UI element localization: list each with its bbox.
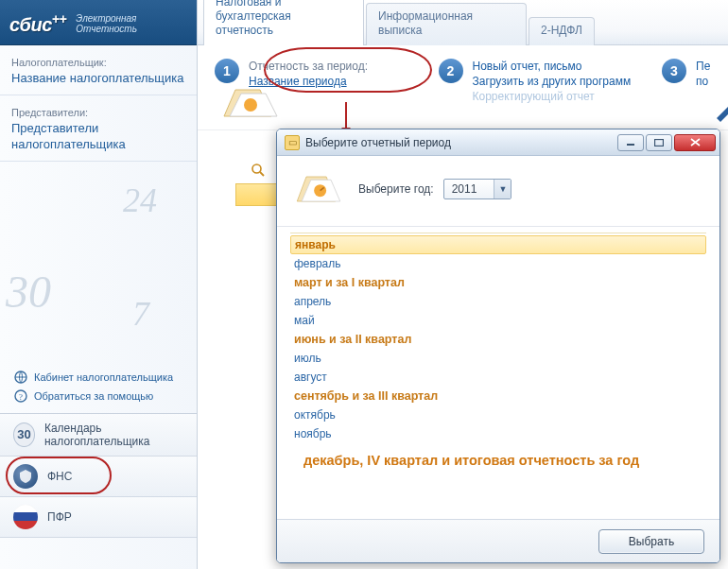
period-item[interactable]: ноябрь — [290, 424, 706, 443]
step-3: 3 Пе по — [662, 59, 719, 120]
tab-label-line1: Налоговая и бухгалтерская — [216, 0, 291, 23]
year-selector: Выберите год: 2011 ▼ — [358, 179, 511, 199]
brand-band: сбис++ Электронная Отчетность — [0, 0, 197, 45]
wizard-steps: 1 Отчетность за период: Название периода… — [198, 45, 728, 130]
step-1: 1 Отчетность за период: Название периода — [215, 59, 422, 120]
sidebar-footer-links: Кабинет налогоплательщика ? Обратиться з… — [0, 360, 197, 414]
step-3-line2[interactable]: по — [696, 75, 708, 88]
period-item[interactable]: февраль — [290, 254, 706, 273]
representatives-block: Представители: Представители налогоплате… — [0, 95, 197, 162]
tab-label: 2-НДФЛ — [541, 24, 582, 37]
period-item[interactable]: март и за I квартал — [290, 273, 706, 292]
taxpayer-name-link[interactable]: Название налогоплательщика — [11, 71, 185, 87]
sidebar-item-label: ФНС — [47, 470, 72, 483]
reps-name-link[interactable]: Представители налогоплательщика — [11, 121, 185, 153]
brand-subtitle: Электронная Отчетность — [76, 13, 137, 34]
sidebar-decoration: 24 30 7 — [0, 162, 197, 360]
tabs-bar: Налоговая и бухгалтерская отчетность Инф… — [198, 0, 728, 45]
modal-title: Выберите отчетный период — [305, 136, 612, 149]
reps-label: Представители: — [11, 107, 185, 118]
sidebar: сбис++ Электронная Отчетность Налогоплат… — [0, 0, 198, 569]
globe-icon — [13, 370, 28, 385]
modal-header: Выберите год: 2011 ▼ — [277, 156, 719, 227]
svg-rect-6 — [627, 144, 634, 146]
brand-logo: сбис++ — [9, 11, 66, 36]
maximize-button[interactable] — [646, 134, 672, 151]
step-2-text: Новый отчет, письмо Загрузить из других … — [473, 59, 632, 105]
period-item[interactable]: апрель — [290, 292, 706, 311]
tab-2ndfl[interactable]: 2-НДФЛ — [529, 17, 595, 45]
year-label: Выберите год: — [358, 182, 434, 196]
period-item[interactable]: июль — [290, 349, 706, 368]
brand-sub-1: Электронная — [76, 13, 136, 24]
sidebar-item-pfr[interactable]: ПФР — [0, 497, 197, 538]
cabinet-label: Кабинет налогоплательщика — [34, 371, 173, 383]
sidebar-item-label: Календарь налогоплательщика — [44, 422, 189, 448]
tab-label-line2: отчетность — [216, 24, 273, 37]
minimize-button[interactable] — [617, 134, 644, 151]
step-number-badge: 3 — [662, 59, 686, 83]
select-button[interactable]: Выбрать — [598, 529, 704, 554]
chevron-down-icon: ▼ — [494, 180, 511, 198]
brand-text: сбис — [9, 13, 52, 34]
modal-footer: Выбрать — [277, 519, 719, 562]
window-buttons — [617, 134, 716, 151]
select-button-label: Выбрать — [629, 535, 674, 548]
load-from-other-link[interactable]: Загрузить из других программ — [473, 75, 632, 88]
period-item[interactable]: август — [290, 368, 706, 387]
step-number-badge: 1 — [215, 59, 239, 83]
sidebar-item-fns[interactable]: ФНС — [0, 457, 197, 497]
sidebar-item-calendar[interactable]: 30 Календарь налогоплательщика — [0, 414, 197, 457]
period-item[interactable]: январь — [290, 235, 706, 254]
new-report-link[interactable]: Новый отчет, письмо — [473, 60, 582, 73]
brand-sub-2: Отчетность — [76, 24, 137, 34]
cabinet-link[interactable]: Кабинет налогоплательщика — [13, 370, 187, 385]
period-item[interactable]: июнь и за II квартал — [290, 330, 706, 349]
step-3-line1[interactable]: Пе — [696, 60, 710, 73]
close-button[interactable] — [674, 134, 716, 151]
step-number-badge: 2 — [439, 59, 463, 83]
period-item-year-summary[interactable]: декабрь, IV квартал и итоговая отчетност… — [303, 453, 693, 468]
svg-text:?: ? — [19, 391, 23, 401]
tab-label: Информационная выписка — [378, 9, 473, 37]
brand-plus: ++ — [52, 11, 66, 26]
period-list: январьфевральмарт и за I кварталапрельма… — [277, 227, 719, 474]
calendar-icon: 30 — [13, 422, 35, 447]
taxpayer-label: Налогоплательщик: — [11, 57, 185, 68]
period-item[interactable]: сентябрь и за III квартал — [290, 387, 706, 405]
folder-deco-icon — [220, 84, 281, 122]
calendar-deco-icon — [294, 167, 343, 211]
taxpayer-block: Налогоплательщик: Название налогоплатель… — [0, 45, 197, 95]
step-1-label: Отчетность за период: — [249, 60, 368, 73]
svg-point-4 — [252, 164, 261, 173]
fns-icon — [13, 464, 38, 489]
svg-point-3 — [244, 98, 257, 112]
step-3-text: Пе по — [696, 59, 710, 89]
svg-rect-7 — [655, 139, 664, 146]
sidebar-menu: 30 Календарь налогоплательщика ФНС ПФР — [0, 414, 197, 538]
period-item[interactable]: май — [290, 311, 706, 330]
year-combobox[interactable]: 2011 ▼ — [443, 179, 512, 199]
period-modal: ▭ Выберите отчетный период Выберите год — [276, 129, 720, 563]
modal-titlebar: ▭ Выберите отчетный период — [277, 129, 719, 156]
search-icon[interactable] — [249, 161, 268, 180]
correcting-report-link[interactable]: Корректирующий отчет — [473, 90, 595, 103]
sidebar-item-label: ПФР — [47, 510, 72, 524]
help-link[interactable]: ? Обратиться за помощью — [13, 388, 187, 404]
tab-info-statement[interactable]: Информационная выписка — [366, 3, 527, 45]
period-item[interactable]: октябрь — [290, 405, 706, 424]
step-2: 2 Новый отчет, письмо Загрузить из други… — [439, 59, 646, 120]
pfr-icon — [13, 505, 38, 529]
help-label: Обратиться за помощью — [34, 390, 153, 402]
year-value: 2011 — [444, 182, 494, 196]
help-icon: ? — [13, 388, 28, 404]
window-app-icon: ▭ — [285, 135, 300, 150]
tab-tax-accounting[interactable]: Налоговая и бухгалтерская отчетность — [203, 0, 364, 45]
